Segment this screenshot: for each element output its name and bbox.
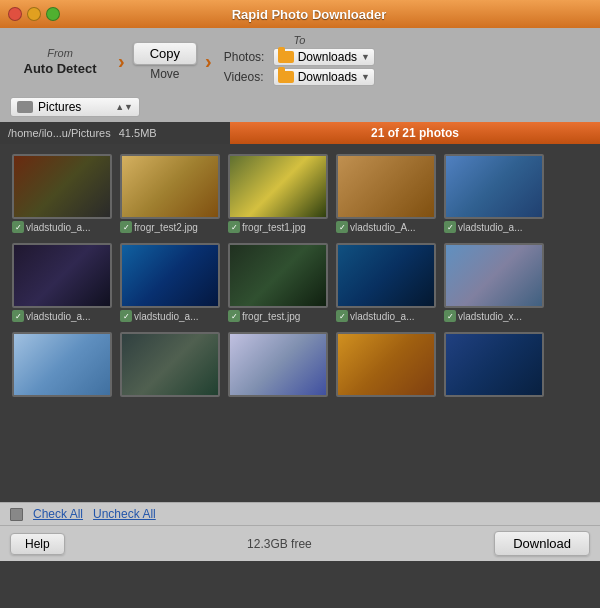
photo-thumb <box>444 243 544 308</box>
photo-grid: ✓ vladstudio_a... ✓ frogr_test2.jpg ✓ fr… <box>0 144 600 502</box>
photo-thumb <box>336 332 436 397</box>
help-button[interactable]: Help <box>10 533 65 555</box>
hdd-icon <box>17 101 33 113</box>
photo-thumb <box>120 154 220 219</box>
photo-item[interactable]: ✓ vladstudio_a... <box>12 154 112 233</box>
photo-label: ✓ frogr_test2.jpg <box>120 221 220 233</box>
photo-item[interactable]: ✓ frogr_test2.jpg <box>120 154 220 233</box>
photo-thumb <box>12 332 112 397</box>
photo-row-2: ✓ vladstudio_a... ✓ vladstudio_a... ✓ fr… <box>12 243 588 322</box>
photo-label: ✓ vladstudio_x... <box>444 310 544 322</box>
check-icon: ✓ <box>228 310 240 322</box>
photo-thumb <box>120 243 220 308</box>
progress-status: 21 of 21 photos <box>230 122 600 144</box>
copy-move-section: Copy Move <box>133 42 197 81</box>
photo-label: ✓ vladstudio_a... <box>12 221 112 233</box>
photos-dest-row: Photos: Downloads ▼ <box>224 48 375 66</box>
videos-dest-value: Downloads <box>298 70 357 84</box>
check-icon: ✓ <box>444 310 456 322</box>
free-space-label: 12.3GB free <box>247 537 312 551</box>
photos-dest-value: Downloads <box>298 50 357 64</box>
close-button[interactable] <box>8 7 22 21</box>
move-label: Move <box>150 67 179 81</box>
from-label: From <box>47 47 73 59</box>
progress-bar: /home/ilo...u/Pictures 41.5MB 21 of 21 p… <box>0 122 600 144</box>
videos-label: Videos: <box>224 70 269 84</box>
photo-thumb <box>228 154 328 219</box>
photo-row-1: ✓ vladstudio_a... ✓ frogr_test2.jpg ✓ fr… <box>12 154 588 233</box>
photo-item[interactable]: ✓ vladstudio_x... <box>444 243 544 322</box>
photo-label: ✓ vladstudio_a... <box>12 310 112 322</box>
check-icon: ✓ <box>444 221 456 233</box>
uncheck-all-button[interactable]: Uncheck All <box>93 507 156 521</box>
progress-path: /home/ilo...u/Pictures 41.5MB <box>0 122 230 144</box>
photos-label: Photos: <box>224 50 269 64</box>
folder-icon-2 <box>278 71 294 83</box>
photo-item[interactable] <box>444 332 544 397</box>
maximize-button[interactable] <box>46 7 60 21</box>
photo-thumb <box>336 154 436 219</box>
photo-label: ✓ vladstudio_A... <box>336 221 436 233</box>
check-icon: ✓ <box>336 310 348 322</box>
photo-thumb <box>228 243 328 308</box>
check-icon: ✓ <box>120 221 132 233</box>
chevron-down-icon: ▼ <box>361 52 370 62</box>
photo-item[interactable]: ✓ vladstudio_a... <box>120 243 220 322</box>
arrow2-icon: › <box>205 51 212 71</box>
photos-dropdown[interactable]: Downloads ▼ <box>273 48 375 66</box>
photo-item[interactable]: ✓ vladstudio_a... <box>336 243 436 322</box>
videos-dropdown[interactable]: Downloads ▼ <box>273 68 375 86</box>
folder-icon <box>278 51 294 63</box>
size-text: 41.5MB <box>119 127 157 139</box>
minimize-button[interactable] <box>27 7 41 21</box>
check-icon: ✓ <box>228 221 240 233</box>
check-icon: ✓ <box>12 221 24 233</box>
photo-thumb <box>228 332 328 397</box>
photo-label: ✓ frogr_test.jpg <box>228 310 328 322</box>
to-label: To <box>293 34 305 46</box>
to-section: To Photos: Downloads ▼ Videos: Downloads… <box>224 34 375 88</box>
photo-item[interactable] <box>120 332 220 397</box>
titlebar: Rapid Photo Downloader <box>0 0 600 28</box>
photo-item[interactable]: ✓ vladstudio_a... <box>444 154 544 233</box>
toolbar: From Auto Detect › Copy Move › To Photos… <box>0 28 600 94</box>
photo-thumb <box>444 332 544 397</box>
path-text: /home/ilo...u/Pictures <box>8 127 111 139</box>
from-section: From Auto Detect <box>10 47 110 76</box>
photo-thumb <box>444 154 544 219</box>
check-icon: ✓ <box>120 310 132 322</box>
photo-row-3 <box>12 332 588 397</box>
photo-label: ✓ vladstudio_a... <box>444 221 544 233</box>
copy-button[interactable]: Copy <box>133 42 197 65</box>
chevron-down-icon-2: ▼ <box>361 72 370 82</box>
check-icon: ✓ <box>336 221 348 233</box>
videos-dest-row: Videos: Downloads ▼ <box>224 68 375 86</box>
photo-label: ✓ frogr_test1.jpg <box>228 221 328 233</box>
photo-thumb <box>12 154 112 219</box>
source-value: Pictures <box>38 100 81 114</box>
photo-item[interactable]: ✓ frogr_test.jpg <box>228 243 328 322</box>
photo-item[interactable] <box>228 332 328 397</box>
photo-item[interactable]: ✓ vladstudio_A... <box>336 154 436 233</box>
photo-label: ✓ vladstudio_a... <box>336 310 436 322</box>
app-title: Rapid Photo Downloader <box>66 7 552 22</box>
bottom-bar: Check All Uncheck All <box>0 502 600 525</box>
photo-item[interactable]: ✓ vladstudio_a... <box>12 243 112 322</box>
photo-thumb <box>120 332 220 397</box>
check-icon: ✓ <box>12 310 24 322</box>
photo-label: ✓ vladstudio_a... <box>120 310 220 322</box>
source-dropdown[interactable]: Pictures ▲▼ <box>10 97 140 117</box>
photo-item[interactable] <box>12 332 112 397</box>
status-bar: Help 12.3GB free Download <box>0 525 600 561</box>
check-all-button[interactable]: Check All <box>33 507 83 521</box>
window-controls <box>8 7 60 21</box>
photo-thumb <box>12 243 112 308</box>
select-all-checkbox[interactable] <box>10 508 23 521</box>
photo-item[interactable]: ✓ frogr_test1.jpg <box>228 154 328 233</box>
source-chevron-icon: ▲▼ <box>115 102 133 112</box>
source-bar: Pictures ▲▼ <box>0 94 600 122</box>
photo-item[interactable] <box>336 332 436 397</box>
photo-thumb <box>336 243 436 308</box>
arrow-icon: › <box>118 51 125 71</box>
download-button[interactable]: Download <box>494 531 590 556</box>
